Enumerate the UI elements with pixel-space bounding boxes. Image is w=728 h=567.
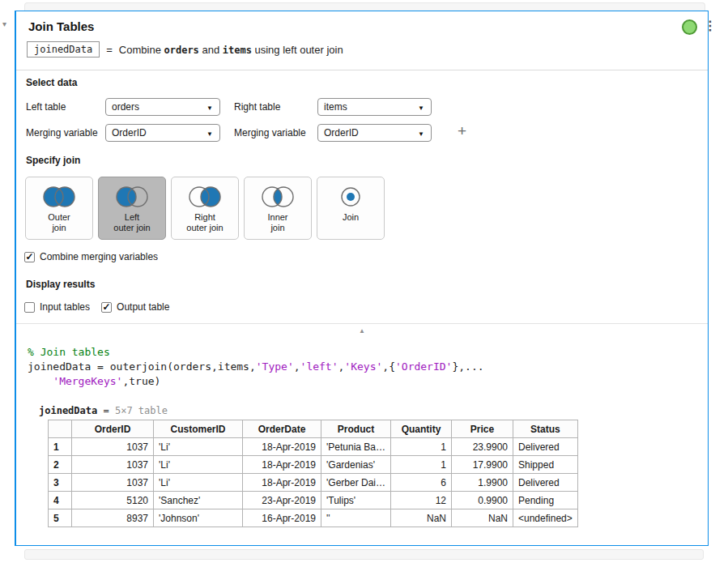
left-table-label: Left table — [26, 101, 66, 113]
right-outer-join-button[interactable]: Rightouter join — [171, 177, 239, 240]
left-merging-variable-dropdown[interactable]: OrderID ▼ — [105, 124, 220, 142]
right-merging-variable-dropdown[interactable]: OrderID ▼ — [317, 124, 432, 142]
table-cell: 18-Apr-2019 — [243, 438, 321, 456]
join-option-label: Leftouter join — [113, 212, 150, 233]
output-equals: = — [97, 405, 115, 416]
chevron-down-icon: ▼ — [418, 104, 424, 112]
right-merging-variable-value: OrderID — [324, 127, 359, 139]
table-header-cell: OrderDate — [243, 420, 321, 438]
table-cell: 12 — [391, 492, 452, 509]
table-header-cell: Status — [513, 420, 578, 438]
summary-text: Combine orders and items using left oute… — [119, 44, 343, 56]
checkbox-label: Output table — [117, 301, 169, 313]
code-line: joinedData = outerjoin(orders,items,'Typ… — [28, 360, 484, 374]
left-merging-variable-value: OrderID — [112, 127, 147, 139]
output-variable-line: joinedData = 5×7 table — [39, 405, 168, 416]
summary-fragment: Combine — [119, 44, 164, 56]
table-cell: 6 — [391, 474, 452, 492]
table-cell: 1037 — [72, 456, 154, 474]
table-cell: 0.9900 — [452, 492, 513, 509]
table-cell: '' — [321, 509, 391, 527]
table-header-cell — [49, 420, 72, 438]
table-row: 31037'Li'18-Apr-2019'Gerber Dai…61.9900D… — [49, 474, 578, 492]
table-cell: 'Li' — [154, 438, 243, 456]
output-dimensions: 5×7 table — [115, 405, 168, 416]
select-data-row-1: Left table orders ▼ Right table items ▼ — [16, 98, 708, 116]
outer-join-button[interactable]: Outerjoin — [25, 177, 93, 240]
collapse-code-arrow-icon[interactable]: ▲ — [16, 327, 708, 335]
status-green-circle-icon[interactable] — [682, 19, 697, 35]
output-var-name: joinedData — [39, 405, 97, 416]
output-variable-box[interactable]: joinedData — [27, 41, 100, 58]
table-header-cell: CustomerID — [154, 420, 243, 438]
row-number-cell: 3 — [49, 474, 72, 492]
join-type-selector: OuterjoinLeftouter joinRightouter joinIn… — [25, 177, 385, 240]
table-header-row: OrderIDCustomerIDOrderDateProductQuantit… — [49, 420, 578, 438]
table-cell: 16-Apr-2019 — [243, 509, 321, 527]
table-cell: 5120 — [72, 492, 154, 509]
left-table-value: orders — [112, 101, 139, 113]
table-cell: 'Tulips' — [321, 492, 391, 509]
combine-merging-variables-checkbox[interactable]: ✓ — [24, 252, 35, 262]
table-cell: 18-Apr-2019 — [243, 456, 321, 474]
table-cell: 1037 — [72, 438, 154, 456]
select-data-row-2: Merging variable OrderID ▼ Merging varia… — [16, 124, 708, 142]
join-tables-task-panel: Join Tables ⋮ joinedData = Combine order… — [15, 11, 709, 546]
table-header-cell: Quantity — [391, 420, 452, 438]
row-number-cell: 4 — [49, 492, 72, 509]
table-header-cell: Product — [321, 420, 391, 438]
table-cell: 8937 — [72, 509, 154, 527]
table-cell: 1 — [391, 438, 452, 456]
table-cell: Shipped — [513, 456, 578, 474]
combine-merging-variables-row: ✓ Combine merging variables — [24, 251, 158, 262]
table-cell: 23-Apr-2019 — [243, 492, 321, 509]
left-table-dropdown[interactable]: orders ▼ — [105, 98, 220, 116]
combine-merging-variables-label: Combine merging variables — [40, 251, 158, 262]
right-merging-variable-label: Merging variable — [234, 127, 306, 139]
table-cell: NaN — [452, 509, 513, 527]
adjacent-line-bottom — [24, 549, 704, 560]
table-cell: 1.9900 — [452, 474, 513, 492]
table-cell: 'Sanchez' — [154, 492, 243, 509]
chevron-down-icon: ▼ — [206, 130, 213, 138]
table-cell: 'Li' — [154, 456, 243, 474]
checkbox-label: Input tables — [40, 301, 90, 313]
table-cell: Delivered — [513, 474, 578, 492]
table-cell: 'Li' — [154, 474, 243, 492]
venn-outer-join-icon — [40, 185, 79, 208]
row-number-cell: 1 — [49, 438, 72, 456]
left-merging-variable-label: Merging variable — [26, 127, 98, 139]
inner-join-button[interactable]: Innerjoin — [244, 177, 312, 240]
venn-right-outer-join-icon — [185, 185, 224, 208]
table-cell: <undefined> — [513, 509, 578, 527]
kebab-menu-icon[interactable]: ⋮ — [704, 18, 717, 33]
display-results-heading: Display results — [26, 279, 95, 290]
row-number-cell: 5 — [49, 509, 72, 527]
table-row: 45120'Sanchez'23-Apr-2019'Tulips'120.990… — [49, 492, 578, 509]
join-option-label: Rightouter join — [186, 212, 223, 233]
summary-fragment: using left outer join — [252, 44, 343, 56]
output-table: OrderIDCustomerIDOrderDateProductQuantit… — [48, 420, 578, 527]
venn-left-outer-join-icon — [113, 185, 151, 208]
code-section-divider — [16, 323, 708, 324]
task-title: Join Tables — [28, 19, 94, 33]
input-tables-checkbox[interactable] — [24, 302, 35, 313]
right-table-value: items — [324, 101, 347, 113]
summary-table-name: items — [223, 45, 252, 56]
venn-join-icon — [331, 185, 370, 208]
table-header-cell: OrderID — [72, 420, 154, 438]
join-button[interactable]: Join — [317, 177, 385, 240]
code-line: 'MergeKeys',true) — [28, 374, 484, 389]
left-outer-join-button[interactable]: Leftouter join — [98, 177, 166, 240]
table-cell: 23.9900 — [452, 438, 513, 456]
output-table-checkbox[interactable]: ✓ — [101, 302, 112, 313]
chevron-down-icon: ▼ — [206, 104, 213, 112]
display-results-row: Input tables✓Output table — [24, 301, 169, 313]
add-merging-variable-button[interactable]: + — [458, 122, 466, 140]
specify-join-heading: Specify join — [26, 155, 80, 166]
right-table-dropdown[interactable]: items ▼ — [317, 98, 432, 116]
table-cell: 'Johnson' — [154, 509, 243, 527]
task-collapse-caret-icon[interactable]: ▾ — [2, 19, 6, 28]
venn-inner-join-icon — [258, 185, 297, 208]
table-row: 58937'Johnson'16-Apr-2019''NaNNaN<undefi… — [49, 509, 578, 527]
